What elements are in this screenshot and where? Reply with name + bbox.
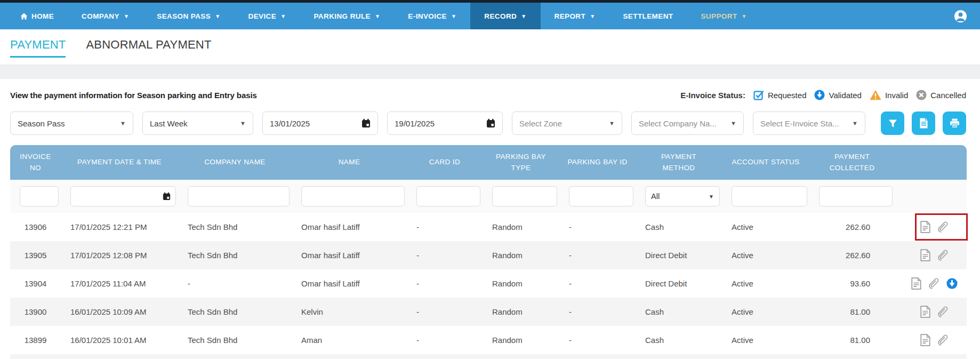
attachment-icon[interactable] bbox=[937, 249, 949, 261]
nav-item-label: RECORD bbox=[484, 12, 517, 20]
date-preset-select[interactable]: Last Week ▼ bbox=[142, 111, 253, 135]
caret-down-icon: ▼ bbox=[742, 13, 747, 19]
cell-method: Cash bbox=[636, 213, 722, 241]
cell-invoice-no: 13904 bbox=[10, 269, 61, 298]
table-row: 1390617/01/2025 12:21 PMTech Sdn BhdOmar… bbox=[10, 213, 967, 241]
nav-item-e-invoice[interactable]: E-INVOICE▼ bbox=[394, 3, 470, 29]
caret-down-icon: ▼ bbox=[590, 13, 595, 19]
name-filter-input[interactable] bbox=[301, 186, 405, 206]
cell-company: Tech Sdn Bhd bbox=[178, 241, 292, 269]
validated-arrow-down-circle-icon[interactable] bbox=[946, 278, 958, 289]
nav-item-label: SETTLEMENT bbox=[623, 12, 673, 20]
print-button[interactable] bbox=[943, 111, 966, 135]
cancelled-x-circle-icon bbox=[916, 90, 927, 100]
tab-abnormal-payment[interactable]: ABNORMAL PAYMENT bbox=[86, 38, 211, 58]
export-report-button[interactable] bbox=[912, 111, 935, 135]
column-header: PARKING BAY TYPE bbox=[483, 145, 559, 180]
parking-bay-id-filter-input[interactable] bbox=[569, 186, 633, 206]
column-header: NAME bbox=[292, 145, 407, 180]
attachment-icon[interactable] bbox=[928, 277, 939, 290]
cell-card-id: - bbox=[407, 298, 483, 326]
payment-collected-filter-input[interactable] bbox=[819, 186, 893, 206]
nav-item-report[interactable]: REPORT▼ bbox=[541, 3, 609, 29]
parking-bay-type-filter-input[interactable] bbox=[492, 186, 557, 206]
caret-down-icon: ▼ bbox=[375, 13, 380, 19]
page-background-band bbox=[0, 65, 980, 79]
nav-item-label: COMPANY bbox=[82, 12, 119, 20]
caret-down-icon: ▼ bbox=[120, 120, 126, 126]
payment-date-filter-input[interactable] bbox=[70, 186, 176, 206]
column-header: PAYMENT METHOD bbox=[636, 145, 722, 180]
company-name-filter-input[interactable] bbox=[188, 186, 290, 206]
cell-datetime: 16/01/2025 10:09 AM bbox=[61, 298, 178, 326]
document-icon[interactable] bbox=[920, 249, 930, 261]
caret-down-icon: ▼ bbox=[215, 13, 220, 19]
date-from-input[interactable]: 13/01/2025 bbox=[262, 111, 378, 135]
caret-down-icon: ▼ bbox=[709, 194, 714, 200]
payment-method-filter-select[interactable]: All ▼ bbox=[645, 186, 720, 206]
cell-name: Omar hasif Latiff bbox=[292, 241, 407, 269]
cell-card-id: - bbox=[407, 213, 483, 241]
nav-item-record[interactable]: RECORD▼ bbox=[470, 3, 540, 29]
document-icon[interactable] bbox=[920, 306, 930, 318]
caret-down-icon: ▼ bbox=[240, 120, 246, 126]
nav-item-season-pass[interactable]: SEASON PASS▼ bbox=[143, 3, 234, 29]
nav-item-home[interactable]: HOME bbox=[6, 3, 68, 29]
cell-name: Kelvin bbox=[292, 298, 407, 326]
cell-invoice-no: 13899 bbox=[10, 326, 61, 354]
pass-type-select[interactable]: Season Pass ▼ bbox=[10, 111, 133, 135]
nav-item-support[interactable]: SUPPORT▼ bbox=[687, 3, 760, 29]
navbar: HOMECOMPANY▼SEASON PASS▼DEVICE▼PARKING R… bbox=[0, 3, 980, 29]
invoice-no-filter-input[interactable] bbox=[20, 186, 59, 206]
nav-item-company[interactable]: COMPANY▼ bbox=[68, 3, 143, 29]
filter-toolbar: Season Pass ▼ Last Week ▼ 13/01/2025 19/… bbox=[10, 111, 966, 135]
card-id-filter-input[interactable] bbox=[416, 186, 480, 206]
cell-bay-type: Random bbox=[483, 298, 559, 326]
cell-datetime: 17/01/2025 12:21 PM bbox=[61, 213, 178, 241]
funnel-icon bbox=[888, 119, 897, 128]
cell-actions bbox=[895, 213, 967, 241]
filter-button[interactable] bbox=[881, 111, 904, 135]
requested-checkbox-icon bbox=[753, 90, 764, 100]
nav-item-device[interactable]: DEVICE▼ bbox=[234, 3, 300, 29]
calendar-icon[interactable] bbox=[163, 192, 171, 201]
company-select[interactable]: Select Company Na... ▼ bbox=[631, 111, 744, 135]
tab-payment[interactable]: PAYMENT bbox=[10, 38, 66, 58]
cell-collected: 262.60 bbox=[809, 213, 895, 241]
nav-item-parking-rule[interactable]: PARKING RULE▼ bbox=[300, 3, 394, 29]
legend-label: E-Invoice Status: bbox=[680, 91, 745, 100]
validated-arrow-down-circle-icon bbox=[814, 90, 825, 100]
cell-card-id: - bbox=[407, 326, 483, 354]
legend-item-label: Requested bbox=[768, 91, 807, 100]
account-status-filter-input[interactable] bbox=[732, 186, 807, 206]
payment-table: INVOICE NOPAYMENT DATE & TIMECOMPANY NAM… bbox=[10, 145, 967, 359]
calendar-icon[interactable] bbox=[362, 118, 371, 128]
calendar-icon[interactable] bbox=[486, 118, 495, 128]
attachment-icon[interactable] bbox=[937, 306, 949, 318]
cell-actions bbox=[895, 298, 967, 326]
cell-name: Omar hasif Latiff bbox=[292, 269, 407, 298]
attachment-icon[interactable] bbox=[937, 221, 949, 233]
home-icon bbox=[20, 13, 28, 20]
column-filter-row: All ▼ bbox=[10, 180, 967, 213]
document-icon[interactable] bbox=[920, 334, 930, 346]
cell-collected: 81.00 bbox=[809, 326, 895, 354]
document-icon[interactable] bbox=[920, 221, 930, 233]
cell-status: Active bbox=[722, 326, 809, 354]
document-icon[interactable] bbox=[911, 277, 921, 290]
cell-bay-type: Random bbox=[483, 241, 559, 269]
column-header: ACCOUNT STATUS bbox=[722, 145, 809, 180]
legend-item-label: Validated bbox=[829, 91, 861, 100]
printer-icon bbox=[950, 118, 960, 128]
nav-item-settlement[interactable]: SETTLEMENT bbox=[609, 3, 687, 29]
cell-actions bbox=[895, 326, 967, 354]
user-account-icon[interactable] bbox=[941, 3, 980, 29]
date-to-input[interactable]: 19/01/2025 bbox=[387, 111, 503, 135]
caret-down-icon: ▼ bbox=[609, 120, 615, 126]
invalid-warning-triangle-icon bbox=[870, 90, 881, 100]
attachment-icon[interactable] bbox=[937, 334, 949, 346]
zone-select[interactable]: Select Zone ▼ bbox=[512, 111, 622, 135]
einvoice-status-select[interactable]: Select E-Invoice Sta... ▼ bbox=[753, 111, 865, 135]
legend-item-cancelled: Cancelled bbox=[916, 90, 966, 100]
content-card: View the payment information for Season … bbox=[0, 79, 980, 359]
